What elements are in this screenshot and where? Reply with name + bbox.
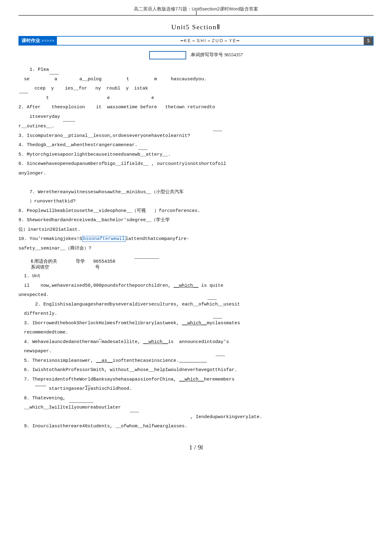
header-bar: 课时作业 >>>>> ━KE＝SHI＝ZUO＝YE━ 5 [18,36,374,46]
as-5: __as__ [96,358,113,363]
blank-2a [213,131,222,131]
part2-item-3: 3. IborrowedthebookSherlockHolmesfromthe… [18,319,374,328]
part2-header: Ⅱ.用适合的关系词填空 导学 96554358 号 [31,258,374,270]
section-title: Unit5 SectionⅡ [18,23,374,31]
which-3: __which__ [182,321,207,326]
part2-label: Ⅱ.用适合的关系词填空 [31,258,57,270]
part1-item-9: 9. Sheworkedhardandreceiveda__bachelor's… [18,216,374,225]
guide-text: .单词拼写导学号 96554357 [190,52,243,57]
part2-item-4b: newspaper. [18,347,374,356]
part1-item-6: 6. Sincewehaveopenedupanumberofbigo__ilf… [18,160,374,169]
part1-item-2c: r__outines__. [18,122,374,131]
part1-item-6b: anylonger. [18,169,374,178]
part2-item-2: 2. Englishisalanguagesharedbyseveraldive… [18,300,374,309]
page-footer: 1 / 9l [18,443,374,457]
blank-1b [19,93,28,93]
top-divider [18,15,374,16]
part2-item-1: 1. Unt [18,272,374,281]
guide-line: .单词拼写导学号 96554357 [18,51,374,59]
part1-item-1b: se a a__polog t m hascausedyou. [18,75,374,84]
keshi-badge: 课时作业 >>>>> [19,37,57,45]
which-7: __which__ [179,377,204,382]
top-divider-tab [196,10,197,16]
footer-page-text: 1 / 9l [189,443,203,451]
part2-item-4: 4. Wehavelauncdedanotherman-madesatellit… [18,338,374,347]
which-4: __which__ [143,339,168,345]
part1-item-9b: 位）inartsin2021atlast. [18,226,374,234]
arrows-icon: >>>>> [41,38,54,43]
part1-spacer [18,178,374,187]
blank-1c [207,299,217,300]
part1-item-2: 2. After theexplosion it wassometime bef… [18,103,374,112]
part2-item-2b: differently. [18,309,374,318]
blank-1a [50,74,59,74]
part1-item-7b: ）runoverthatkid? [18,197,374,206]
which-1: __which__ [174,283,198,288]
part1-item-7: 7. Werethereanywitnesseswhosawthe__minib… [18,188,374,197]
blank-part2-guide [134,258,159,259]
blank-4 [138,150,147,150]
header-middle-text: ━KE＝SHI＝ZUO＝YE━ [57,38,364,44]
blank-2b [213,318,222,318]
part1-content: 1. Plea se a a__polog t m hascausedyou. … [18,66,374,253]
part2-item-6: 6. IwishtothankProfessorSmith, without__… [18,366,374,375]
part1-item-10b: safety__seminar__（商讨会）? [18,244,374,253]
keshi-label: 课时作业 [22,38,40,44]
part2-guide: 导学 96554358 号 [76,258,115,270]
part2-item-7b: startingasearlyashischildhood. [18,385,374,393]
part1-item-10: 10. You'remakingjokes!Sbsoonafterwewilla… [18,235,374,244]
part2-item-8: 8. Thatevening, [18,394,374,403]
part2-item-7: 7. ThepresidentoftheWorldBanksayshehasap… [18,375,374,384]
blank-8b [130,412,139,412]
part1-item-3: 3. Iscomputerano__ptional__lesson,ordoes… [18,132,374,141]
part2-item-1b: il now,wehaveraised50,000poundsforthepoo… [18,281,374,290]
part1-item-1d: t e e [18,94,374,103]
part1-item-1: 1. Plea [18,66,374,74]
input-box[interactable] [149,51,186,59]
part2-item-9: 9. Inourclassthereare46students, __ofwho… [18,422,374,431]
part2-item-8b: __which__Iwilltellyoumoreaboutlater [18,403,374,412]
part1-item-2b: itseveryday [18,113,374,122]
part1-item-5: 5. Mytorchgivesapoorlightbecauseitneedsa… [18,150,374,159]
part2-item-1c: unexpected. [18,291,374,300]
page: 高二英语人教版选修7习题：Unit5section2课时Word版含答案 Uni… [0,0,392,555]
part2-content: 1. Unt il now,wehaveraised50,000poundsfo… [18,272,374,431]
part2-item-8c: , Iendedupworkingverylate. [18,413,374,422]
part2-item-3b: recommendedtome. [18,328,374,337]
part1-item-4: 4. Thedogb__arked__whenthestrangercamene… [18,141,374,150]
part1-item-1c: ccep y ies__for ny roubl y istak [18,84,374,93]
part2-item-5: 5. Thereisnosimpleanswer, __as__isoftent… [18,357,374,365]
highlight-box: bsoonafterwewil [82,236,126,242]
part1-item-8: 8. Peoplewillbeabletousethe__videophone_… [18,207,374,216]
blank-8a [69,402,94,403]
number-badge: 5 [364,37,373,45]
blank-4b [216,356,225,356]
